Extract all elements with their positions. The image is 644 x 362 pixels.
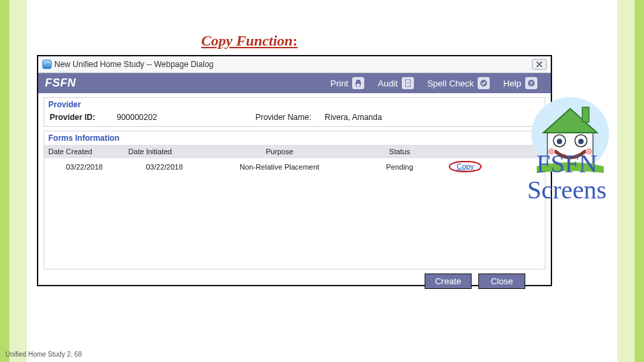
print-icon	[352, 77, 364, 89]
col-date-created: Date Created	[44, 145, 124, 158]
slide-heading: Copy Function:	[201, 32, 298, 50]
cell-date-created: 03/22/2018	[44, 158, 124, 175]
svg-point-16	[557, 139, 562, 144]
dialog-frame: New Unified Home Study -- Webpage Dialog…	[37, 55, 552, 286]
provider-row: Provider ID: 900000202 Provider Name: Ri…	[44, 111, 545, 126]
print-button[interactable]: Print	[324, 77, 372, 89]
create-button[interactable]: Create	[425, 274, 472, 289]
svg-rect-13	[582, 107, 589, 122]
forms-empty-space	[44, 175, 545, 269]
forms-group: Forms Information Date Created Date Init…	[44, 131, 545, 269]
app-toolbar: FSFN Print Audit Spell Check Help ?	[38, 73, 551, 93]
brand-logo: FSFN	[45, 76, 324, 90]
spellcheck-button[interactable]: Spell Check	[421, 77, 496, 89]
provider-id-label: Provider ID:	[50, 113, 117, 122]
close-icon	[535, 61, 543, 68]
cell-status: Pending	[355, 158, 445, 175]
window-title-text: New Unified Home Study -- Webpage Dialog	[54, 60, 213, 69]
audit-button[interactable]: Audit	[371, 77, 421, 89]
col-status: Status	[355, 145, 445, 158]
cell-purpose: Non-Relative Placement	[205, 158, 355, 175]
dialog-body: Provider Provider ID: 900000202 Provider…	[38, 93, 551, 294]
button-row: Create Close	[44, 274, 545, 289]
help-label: Help	[503, 78, 521, 88]
heading-colon: :	[292, 32, 297, 49]
spellcheck-label: Spell Check	[427, 78, 474, 88]
ie-icon	[42, 60, 52, 69]
provider-name-value: Rivera, Amanda	[325, 113, 445, 122]
copy-link[interactable]: Copy	[457, 162, 474, 170]
help-button[interactable]: Help ?	[496, 77, 544, 89]
forms-legend: Forms Information	[44, 131, 545, 145]
col-purpose: Purpose	[205, 145, 355, 158]
forms-table: Date Created Date Initiated Purpose Stat…	[44, 145, 545, 175]
cell-date-initiated: 03/22/2018	[124, 158, 204, 175]
table-row: 03/22/2018 03/22/2018 Non-Relative Place…	[44, 158, 545, 175]
svg-rect-2	[357, 84, 360, 86]
window-close-button[interactable]	[532, 59, 547, 70]
print-label: Print	[331, 78, 349, 88]
provider-legend: Provider	[44, 98, 545, 111]
side-label: FSFN Screens	[520, 151, 614, 203]
provider-group: Provider Provider ID: 900000202 Provider…	[44, 97, 545, 127]
table-header-row: Date Created Date Initiated Purpose Stat…	[44, 145, 545, 158]
svg-point-17	[578, 139, 584, 144]
footer-text: Unified Home Study 2. 68	[5, 351, 82, 358]
provider-id-value: 900000202	[117, 113, 237, 122]
col-date-initiated: Date Initiated	[124, 145, 204, 158]
close-button[interactable]: Close	[478, 274, 525, 289]
svg-rect-1	[356, 80, 360, 82]
window-titlebar: New Unified Home Study -- Webpage Dialog	[38, 56, 551, 73]
audit-label: Audit	[378, 78, 398, 88]
check-icon	[478, 77, 490, 89]
copy-highlight: Copy	[449, 161, 482, 172]
heading-text: Copy Function	[201, 32, 292, 49]
provider-name-label: Provider Name:	[237, 113, 325, 122]
document-icon	[402, 77, 414, 89]
question-icon: ?	[525, 77, 537, 89]
svg-text:?: ?	[530, 80, 533, 86]
